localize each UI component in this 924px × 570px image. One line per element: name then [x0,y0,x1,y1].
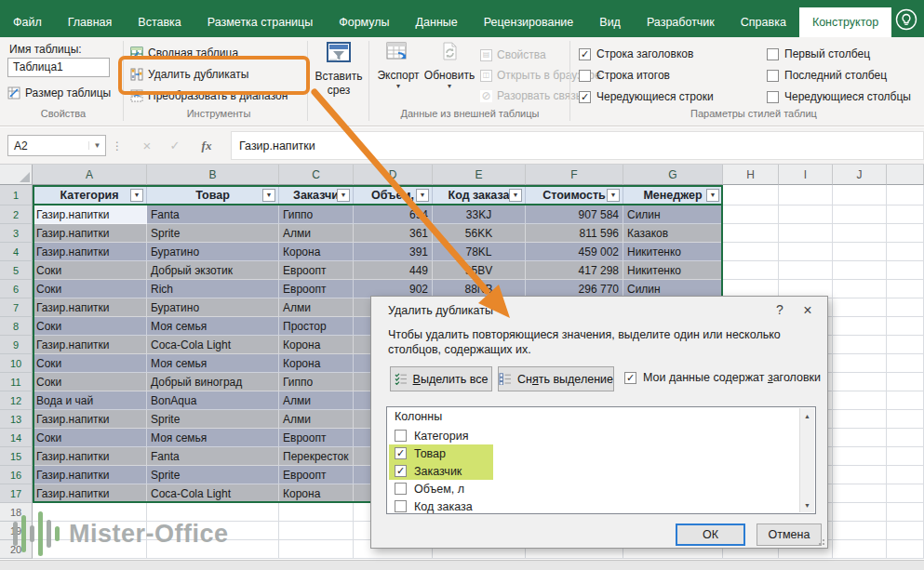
data-cell[interactable]: Гиппо [279,205,354,224]
ok-button[interactable]: ОК [676,524,745,546]
column-item-Товар[interactable]: ✓Товар [389,444,493,462]
row-header-9[interactable]: 9 [0,336,33,354]
data-cell[interactable]: Евроопт [279,261,354,280]
empty-cell[interactable] [887,522,924,540]
empty-cell[interactable] [279,540,354,559]
data-cell[interactable]: Алми [279,224,354,243]
row-header-2[interactable]: 2 [0,205,33,224]
data-cell[interactable]: Газир.напитки [33,484,147,503]
row-header-1[interactable]: 1 [0,185,33,205]
dialog-help-icon[interactable]: ? [770,302,790,317]
empty-cell[interactable] [833,336,887,354]
tab-Конструктор[interactable]: Конструктор [799,7,891,37]
data-cell[interactable]: Алми [279,298,354,317]
data-cell[interactable]: 56KK [433,224,526,243]
column-header-E[interactable]: E [433,165,526,185]
tab-Файл[interactable]: Файл [0,7,55,37]
empty-cell[interactable] [833,243,887,261]
active-cell-A2[interactable]: Газир.напитки [33,205,147,224]
style-option-Последний столбец[interactable]: Последний столбец [767,66,887,85]
empty-cell[interactable] [833,205,887,224]
column-header-A[interactable]: A [33,165,147,185]
data-cell[interactable]: Добрый виноград [147,373,279,391]
row-header-3[interactable]: 3 [0,224,33,243]
row-header-8[interactable]: 8 [0,317,33,336]
filter-dropdown-icon[interactable]: ▼ [607,189,620,202]
data-cell[interactable]: Моя семья [147,429,279,447]
confirm-entry-icon[interactable]: ✓ [164,135,186,156]
style-option-Чередующиеся строки[interactable]: ✓Чередующиеся строки [579,87,714,106]
style-option-Строка итогов[interactable]: Строка итогов [579,66,670,85]
data-cell[interactable]: Соки [33,373,147,391]
dialog-close-icon[interactable]: × [797,302,818,319]
name-box[interactable]: A2 ▼ [7,135,106,156]
row-header-10[interactable]: 10 [0,354,33,373]
data-cell[interactable]: 95BV [433,261,526,280]
column-header-J[interactable]: J [833,165,887,185]
select-all-corner[interactable] [0,165,33,185]
empty-cell[interactable] [833,224,887,243]
tab-Данные[interactable]: Данные [403,7,471,37]
data-cell[interactable]: Sprite [147,410,279,429]
formula-input[interactable]: Газир.напитки [231,131,924,160]
pivot-table-button[interactable]: Сводная таблица [130,44,238,62]
insert-slicer-button[interactable]: Вставить срез [311,41,367,98]
column-header-B[interactable]: B [147,165,279,185]
data-cell[interactable]: Соки [33,429,147,447]
empty-cell[interactable] [887,466,924,484]
my-data-has-headers-checkbox[interactable]: ✓ Мои данные содержат заголовки [624,371,821,384]
empty-cell[interactable] [833,280,887,298]
data-cell[interactable]: Rich [147,280,279,298]
empty-cell[interactable] [887,373,924,391]
convert-to-range-button[interactable]: Преобразовать в диапазон [130,86,288,105]
row-header-4[interactable]: 4 [0,243,33,261]
tab-Вид[interactable]: Вид [586,7,634,37]
tab-Справка[interactable]: Справка [728,7,799,37]
empty-cell[interactable] [833,185,887,205]
empty-cell[interactable] [887,429,924,447]
tab-Формулы[interactable]: Формулы [326,7,402,37]
data-cell[interactable]: Корона [279,336,354,354]
data-cell[interactable]: Евроопт [279,466,354,484]
data-cell[interactable]: 449 [354,261,433,280]
data-cell[interactable]: 417 298 [526,261,623,280]
column-header-D[interactable]: D [354,165,433,185]
row-header-17[interactable]: 17 [0,484,33,503]
column-item-Категория[interactable]: Категория [389,427,468,444]
row-header-12[interactable]: 12 [0,391,33,410]
data-cell[interactable]: Газир.напитки [33,298,147,317]
select-all-button[interactable]: Выделить все [390,366,492,391]
row-header-5[interactable]: 5 [0,261,33,280]
empty-cell[interactable] [833,261,887,280]
data-cell[interactable]: Моя семья [147,317,279,336]
table-name-input[interactable]: Таблица1 [7,58,110,77]
empty-cell[interactable] [833,373,887,391]
cancel-entry-icon[interactable]: × [136,135,158,156]
data-cell[interactable]: 33KJ [433,205,526,224]
tab-Рецензирование[interactable]: Рецензирование [471,7,587,37]
data-cell[interactable]: Простор [279,317,354,336]
data-cell[interactable]: Никитенко [623,261,723,280]
empty-cell[interactable] [779,205,833,224]
empty-cell[interactable] [779,243,833,261]
filter-dropdown-icon[interactable]: ▼ [706,189,719,202]
data-cell[interactable]: Соки [33,261,147,280]
empty-cell[interactable] [833,317,887,336]
data-cell[interactable]: Перекресток [279,447,354,466]
deselect-all-button[interactable]: Снять выделение [498,366,614,391]
resize-table-button[interactable]: Размер таблицы [7,84,111,102]
filter-dropdown-icon[interactable]: ▼ [416,189,429,202]
data-cell[interactable]: Евроопт [279,280,354,298]
empty-cell[interactable] [887,224,924,243]
export-dropdown-arrow[interactable]: ▾ [374,82,422,90]
data-cell[interactable]: Евроопт [279,429,354,447]
data-cell[interactable]: Sprite [147,466,279,484]
row-header-14[interactable]: 14 [0,429,33,447]
data-cell[interactable]: Fanta [147,447,279,466]
data-cell[interactable]: Coca-Cola Light [147,484,279,503]
data-cell[interactable]: Sprite [147,224,279,243]
data-cell[interactable]: 391 [354,243,433,261]
column-item-Объем, л[interactable]: Объем, л [389,480,464,497]
empty-cell[interactable] [833,466,887,484]
data-cell[interactable]: Моя семья [147,354,279,373]
